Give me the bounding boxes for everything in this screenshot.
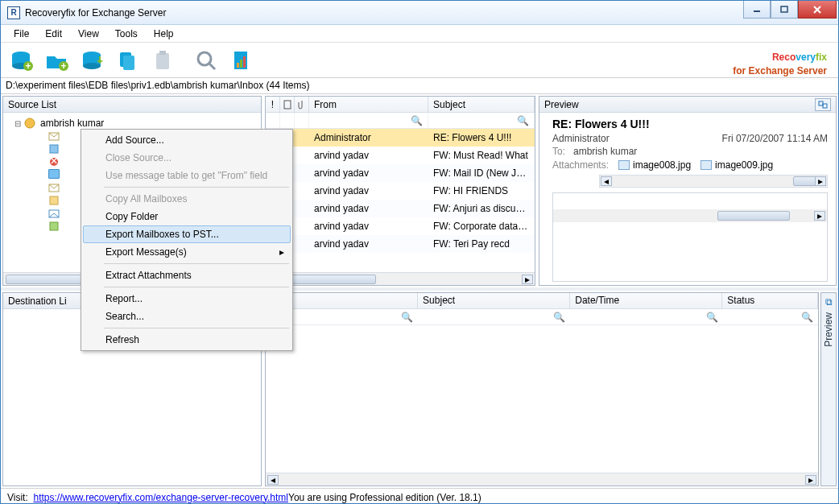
svg-rect-35: [823, 104, 827, 108]
search-icon: 🔍: [411, 115, 423, 126]
preview-from: Administrator: [552, 133, 610, 144]
menu-tools[interactable]: Tools: [107, 27, 146, 41]
preview-link-icon[interactable]: [815, 98, 831, 111]
context-menu-item[interactable]: Report...: [83, 290, 291, 308]
toolbar: + + Recoveryfix for Exchange Server: [1, 43, 838, 78]
tree-node-selected[interactable]: ambrish kumar: [40, 118, 104, 129]
svg-rect-34: [819, 101, 823, 105]
preview-date: Fri 07/20/2007 11:14 AM: [722, 133, 828, 144]
search-icon: 🔍: [517, 115, 529, 126]
dest-scrollbar[interactable]: ◂▸: [266, 473, 818, 485]
col-from[interactable]: From: [309, 97, 428, 112]
minimize-button[interactable]: [743, 1, 771, 19]
context-menu-item[interactable]: Export Mailboxes to PST...: [83, 225, 291, 243]
maximize-button[interactable]: [771, 1, 798, 19]
dest-filter-status[interactable]: 🔍: [723, 309, 818, 324]
preview-subject: RE: Flowers 4 U!!!: [552, 118, 828, 130]
menu-bar: File Edit View Tools Help: [1, 25, 838, 43]
col-attach-icon[interactable]: [295, 97, 309, 112]
context-menu-item[interactable]: Refresh: [83, 331, 291, 349]
dest-col-datetime[interactable]: Date/Time: [570, 293, 722, 308]
message-filter-row: 🔍 🔍: [266, 113, 535, 129]
source-list-header: Source List: [3, 97, 261, 113]
context-menu-item[interactable]: Copy Folder: [83, 208, 291, 225]
svg-rect-22: [240, 60, 242, 68]
title-bar: R Recoveryfix for Exchange Server: [1, 1, 838, 25]
app-icon: R: [7, 6, 20, 19]
context-menu-item[interactable]: Export Message(s)▸: [83, 243, 291, 261]
attachment-item[interactable]: image008.jpg: [618, 159, 691, 171]
filter-subject[interactable]: 🔍: [428, 113, 535, 128]
col-priority-icon[interactable]: !: [266, 97, 280, 112]
search-icon: 🔍: [553, 312, 565, 323]
svg-text:+: +: [25, 60, 31, 72]
svg-rect-16: [156, 53, 169, 69]
save-db-icon[interactable]: [76, 45, 107, 76]
menu-help[interactable]: Help: [146, 27, 182, 41]
add-source-icon[interactable]: +: [6, 45, 36, 76]
menu-view[interactable]: View: [70, 27, 107, 41]
table-row[interactable]: arvind yadavFW: Mail ID (New Joine: [266, 164, 535, 182]
open-folder-icon[interactable]: +: [41, 45, 72, 76]
dest-filter-subject[interactable]: 🔍: [418, 309, 570, 324]
svg-point-24: [25, 118, 35, 128]
attach-scrollbar[interactable]: ◂▸: [599, 175, 828, 188]
brand-logo: Recoveryfix for Exchange Server: [733, 44, 827, 76]
svg-text:✕: ✕: [50, 156, 58, 167]
search-icon[interactable]: [191, 45, 221, 76]
message-columns: ! From Subject: [266, 97, 535, 113]
attachment-item[interactable]: image009.jpg: [701, 159, 773, 171]
svg-rect-32: [50, 222, 58, 230]
col-subject[interactable]: Subject: [428, 97, 535, 112]
window-title: Recoveryfix for Exchange Server: [25, 7, 743, 19]
context-menu-item: Use message table to get "From" field: [83, 167, 291, 184]
path-bar: D:\experiment files\EDB files\priv1.edb\…: [1, 78, 838, 94]
preview-tab-icon: ⧉: [825, 296, 833, 308]
context-menu-item: Copy All Mailboxes: [83, 190, 291, 208]
menu-file[interactable]: File: [6, 27, 37, 41]
svg-rect-17: [159, 51, 166, 55]
table-row[interactable]: arvind yadavFW: Teri Pay recd: [266, 235, 535, 253]
menu-edit[interactable]: Edit: [37, 27, 70, 41]
context-menu-item[interactable]: Add Source...: [83, 131, 291, 149]
dest-filter-datetime[interactable]: 🔍: [570, 309, 722, 324]
status-bar: Visit: https://www.recoveryfix.com/excha…: [1, 488, 838, 504]
svg-rect-15: [123, 56, 134, 70]
svg-rect-21: [237, 63, 239, 68]
svg-rect-26: [50, 145, 58, 153]
visit-label: Visit:: [7, 492, 28, 503]
destination-main-panel: From Subject Date/Time Status 🔍 🔍 🔍 🔍 ◂▸: [265, 292, 819, 486]
search-icon: 🔍: [706, 312, 718, 323]
message-scrollbar[interactable]: ▸: [266, 272, 535, 285]
dest-col-status[interactable]: Status: [722, 293, 818, 308]
svg-rect-33: [284, 101, 291, 109]
search-icon: 🔍: [801, 312, 813, 323]
visit-link[interactable]: https://www.recoveryfix.com/exchange-ser…: [33, 492, 288, 503]
svg-line-19: [209, 64, 215, 69]
context-menu[interactable]: Add Source...Close Source...Use message …: [81, 129, 293, 351]
svg-rect-23: [243, 56, 246, 68]
copy-icon[interactable]: [112, 45, 143, 76]
preview-content[interactable]: ▸: [552, 192, 828, 282]
edition-label: You are using Professional edition (Ver.…: [288, 492, 481, 503]
close-button[interactable]: [798, 1, 837, 19]
attach-label: Attachments:: [552, 159, 609, 171]
table-row[interactable]: arvind yadavFW: HI FRIENDS: [266, 182, 535, 200]
dest-col-subject[interactable]: Subject: [418, 293, 570, 308]
table-row[interactable]: arvind yadavFW: Anjuri as discussed: [266, 200, 535, 217]
table-row[interactable]: arvind yadavFW: Corporate database: [266, 217, 535, 235]
svg-rect-30: [50, 196, 58, 204]
message-rows[interactable]: AdministratorRE: Flowers 4 U!!!arvind ya…: [266, 129, 535, 272]
context-menu-item[interactable]: Search...: [83, 308, 291, 325]
svg-text:+: +: [60, 60, 66, 72]
side-preview-tab[interactable]: ⧉ Preview: [820, 292, 837, 486]
preview-to: ambrish kumar: [573, 146, 637, 157]
context-menu-item[interactable]: Extract Attachments: [83, 266, 291, 284]
table-row[interactable]: arvind yadavFW: Must Read! What: [266, 147, 535, 164]
paste-icon[interactable]: [147, 45, 178, 76]
filter-from[interactable]: 🔍: [309, 113, 428, 128]
preview-header: Preview: [539, 97, 836, 113]
report-icon[interactable]: [226, 45, 257, 76]
table-row[interactable]: AdministratorRE: Flowers 4 U!!!: [266, 129, 535, 147]
col-type-icon[interactable]: [280, 97, 295, 112]
